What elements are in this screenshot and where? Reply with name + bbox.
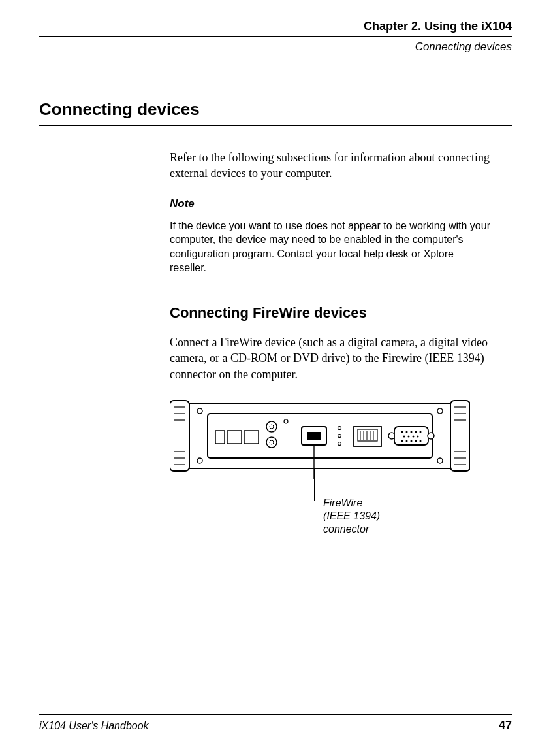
svg-point-45: [420, 431, 422, 433]
note-rule-bottom: [170, 282, 492, 282]
footer-row: iX104 User's Handbook 47: [39, 719, 512, 732]
intro-paragraph: Refer to the following subsections for i…: [170, 150, 492, 182]
page-number: 47: [499, 719, 512, 732]
svg-rect-21: [227, 431, 242, 444]
svg-rect-29: [307, 432, 321, 440]
svg-point-41: [401, 431, 403, 433]
svg-point-48: [413, 435, 415, 437]
svg-point-19: [437, 458, 443, 463]
svg-point-49: [417, 435, 419, 437]
svg-point-16: [197, 408, 202, 414]
svg-point-54: [420, 440, 422, 442]
page: Chapter 2. Using the iX104 Connecting de…: [0, 0, 551, 756]
device-illustration: [170, 395, 470, 480]
svg-point-42: [406, 431, 408, 433]
svg-point-18: [437, 408, 443, 414]
svg-point-50: [401, 440, 403, 442]
subsection-title: Connecting FireWire devices: [170, 304, 492, 321]
svg-point-32: [338, 442, 341, 445]
svg-point-31: [338, 434, 341, 437]
svg-point-43: [411, 431, 413, 433]
page-title: Connecting devices: [39, 99, 512, 120]
svg-point-53: [415, 440, 417, 442]
callout-line1: FireWire (IEEE 1394) connector: [323, 497, 380, 534]
svg-rect-8: [450, 401, 470, 471]
callout-leader: [314, 468, 315, 501]
svg-point-26: [270, 440, 274, 444]
svg-point-46: [403, 435, 405, 437]
svg-rect-1: [170, 401, 189, 471]
chapter-label: Chapter 2. Using the iX104: [39, 20, 512, 33]
title-rule: [39, 125, 512, 126]
svg-point-55: [428, 433, 434, 439]
note-label: Note: [170, 197, 492, 210]
svg-rect-20: [215, 431, 225, 444]
footer-rule: [39, 714, 512, 715]
svg-point-24: [270, 425, 274, 429]
note-body: If the device you want to use does not a…: [170, 219, 492, 275]
subsection-paragraph: Connect a FireWire device (such as a dig…: [170, 335, 492, 382]
svg-point-44: [415, 431, 417, 433]
footer-book-title: iX104 User's Handbook: [39, 720, 149, 732]
note-rule-top: [170, 212, 492, 212]
svg-rect-22: [244, 431, 259, 444]
figure-callout: FireWire (IEEE 1394) connector: [323, 497, 380, 536]
svg-point-30: [338, 426, 341, 429]
figure: FireWire (IEEE 1394) connector: [170, 395, 492, 539]
svg-point-27: [284, 419, 288, 423]
running-header: Chapter 2. Using the iX104: [39, 20, 512, 33]
header-rule: [39, 36, 512, 37]
svg-point-52: [411, 440, 413, 442]
svg-point-17: [197, 458, 202, 463]
svg-point-51: [406, 440, 408, 442]
section-label: Connecting devices: [39, 41, 512, 54]
footer: iX104 User's Handbook 47: [39, 714, 512, 732]
body-column: Refer to the following subsections for i…: [170, 150, 492, 539]
svg-point-47: [408, 435, 410, 437]
